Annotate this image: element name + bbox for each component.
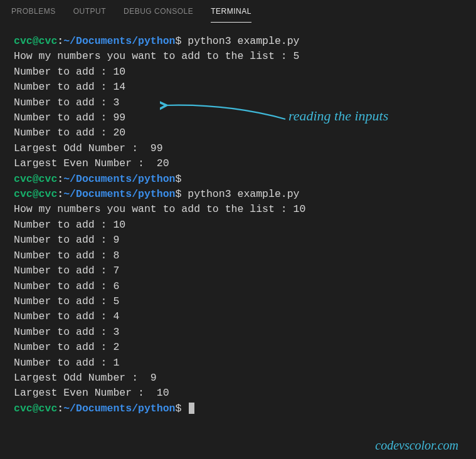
output-line: Number to add : 8	[14, 248, 462, 263]
output-line: Number to add : 4	[14, 309, 462, 324]
output-line: Largest Even Number : 10	[14, 386, 462, 401]
prompt-path: ~/Documents/python	[63, 188, 175, 200]
prompt-path: ~/Documents/python	[63, 35, 175, 47]
output-line: Number to add : 99	[14, 110, 462, 125]
output-line: How my numbers you want to add to the li…	[14, 49, 462, 64]
output-line: Number to add : 14	[14, 80, 462, 95]
output-line: Largest Even Number : 20	[14, 156, 462, 171]
prompt-colon: :	[57, 403, 63, 414]
prompt-dollar: $	[175, 173, 181, 185]
prompt-dollar: $	[175, 188, 181, 200]
prompt-user: cvc@cvc	[14, 403, 57, 414]
output-line: Number to add : 3	[14, 95, 462, 110]
output-line: Number to add : 9	[14, 233, 462, 248]
prompt-user: cvc@cvc	[14, 188, 57, 200]
prompt-colon: :	[57, 35, 63, 47]
terminal-output[interactable]: cvc@cvc:~/Documents/python$ python3 exam…	[0, 23, 476, 423]
output-line: Number to add : 2	[14, 340, 462, 355]
prompt-path: ~/Documents/python	[63, 403, 175, 414]
output-line: Number to add : 10	[14, 218, 462, 233]
prompt-path: ~/Documents/python	[63, 173, 175, 185]
annotation-text: reading the inputs	[288, 108, 388, 124]
prompt-dollar: $	[175, 403, 181, 414]
output-line: Number to add : 6	[14, 279, 462, 294]
prompt-user: cvc@cvc	[14, 173, 57, 185]
prompt-user: cvc@cvc	[14, 35, 57, 47]
prompt-line: cvc@cvc:~/Documents/python$ python3 exam…	[14, 187, 462, 202]
prompt-colon: :	[57, 173, 63, 185]
watermark: codevscolor.com	[375, 438, 458, 453]
tab-terminal[interactable]: TERMINAL	[211, 1, 251, 23]
output-line: Number to add : 7	[14, 263, 462, 278]
prompt-dollar: $	[175, 35, 181, 47]
output-line: Number to add : 20	[14, 125, 462, 140]
command-text: python3 example.py	[181, 188, 299, 200]
prompt-line: cvc@cvc:~/Documents/python$	[14, 401, 462, 416]
output-line: Number to add : 1	[14, 356, 462, 371]
tab-problems[interactable]: PROBLEMS	[11, 1, 56, 22]
output-line: Number to add : 10	[14, 65, 462, 80]
tab-debug-console[interactable]: DEBUG CONSOLE	[124, 1, 193, 22]
output-line: Number to add : 5	[14, 294, 462, 309]
cursor-icon	[189, 403, 194, 414]
command-text: python3 example.py	[181, 35, 299, 47]
output-line: Number to add : 3	[14, 325, 462, 340]
panel-tabs: PROBLEMS OUTPUT DEBUG CONSOLE TERMINAL	[0, 0, 476, 23]
prompt-line: cvc@cvc:~/Documents/python$	[14, 172, 462, 187]
prompt-line: cvc@cvc:~/Documents/python$ python3 exam…	[14, 34, 462, 49]
output-line: Largest Odd Number : 99	[14, 141, 462, 156]
prompt-colon: :	[57, 188, 63, 200]
output-line: How my numbers you want to add to the li…	[14, 202, 462, 217]
output-line: Largest Odd Number : 9	[14, 371, 462, 386]
tab-output[interactable]: OUTPUT	[73, 1, 106, 22]
